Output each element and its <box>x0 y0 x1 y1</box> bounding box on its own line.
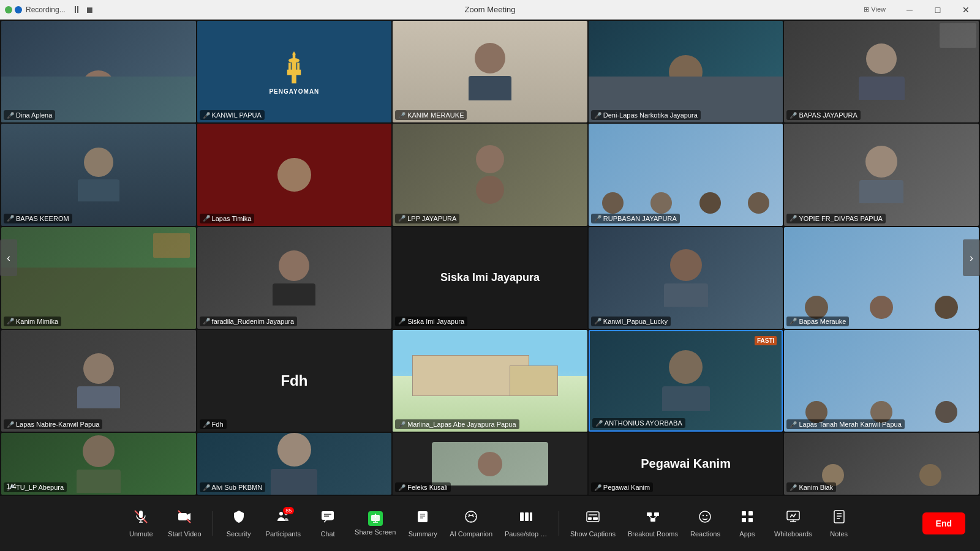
participant-cell-15[interactable]: 🎤 Bapas Merauke <box>784 227 979 329</box>
svg-rect-50 <box>748 518 753 522</box>
title-bar: Recording... ⏸ ⏹ Zoom Meeting ⊞ View ─ □… <box>0 0 980 20</box>
placeholder-name-13: Siska Imi Jayapura <box>440 271 540 284</box>
participant-label-11: 🎤 Kanim Mimika <box>4 317 61 326</box>
participant-cell-25[interactable]: 🎤 Kanim Biak <box>784 433 979 495</box>
svg-rect-2 <box>288 62 291 70</box>
participant-cell-2[interactable]: PENGAYOMAN 🎤 KANWIL PAPUA <box>197 21 392 122</box>
placeholder-name-24: Pegawai Kanim <box>641 457 731 471</box>
notes-label: Notes <box>830 530 848 538</box>
mic-muted-icon-25: 🎤 <box>790 484 797 491</box>
minimize-button[interactable]: ─ <box>895 0 924 20</box>
participant-label-12: 🎤 faradila_Rudenim Jayapura <box>200 317 298 326</box>
participant-cell-17[interactable]: Fdh 🎤 Fdh <box>197 330 392 432</box>
start-video-button[interactable]: Start Video <box>164 504 205 542</box>
mic-muted-icon-17: 🎤 <box>203 421 210 428</box>
separator-1 <box>213 511 213 536</box>
mic-muted-icon-4: 🎤 <box>594 112 601 119</box>
notes-button[interactable]: Notes <box>821 504 858 542</box>
mic-muted-icon-24: 🎤 <box>594 484 601 491</box>
participant-cell-20[interactable]: 🎤 Lapas Tanah Merah Kanwil Papua <box>784 330 979 432</box>
kanwil-name: PENGAYOMAN <box>269 88 319 95</box>
mic-muted-icon-11: 🎤 <box>7 318 14 324</box>
participant-cell-3[interactable]: 🎤 KANIM MERAUKE <box>393 21 587 122</box>
mic-muted-icon-2: 🎤 <box>203 112 210 119</box>
participant-label-19: 🎤 ANTHONIUS AYORBABA <box>592 418 685 428</box>
participant-cell-23[interactable]: 🎤 Feleks Kusali <box>393 433 587 495</box>
reactions-button[interactable]: Reactions <box>687 504 724 542</box>
participant-label-16: 🎤 Lapas Nabire-Kanwil Papua <box>4 419 102 429</box>
participant-cell-4[interactable]: 🎤 Deni-Lapas Narkotika Jayapura <box>589 21 783 122</box>
unmute-button[interactable]: Unmute <box>123 504 159 542</box>
pause-icon[interactable]: ⏸ <box>72 4 81 15</box>
shield-icon <box>5 6 12 13</box>
window-title: Zoom Meeting <box>464 5 515 14</box>
share-screen-label: Share Screen <box>355 528 396 536</box>
unmute-icon <box>134 509 148 528</box>
participant-label-17: 🎤 Fdh <box>200 419 227 429</box>
summary-button[interactable]: Summary <box>404 504 441 542</box>
participant-label-2: 🎤 KANWIL PAPUA <box>200 110 265 120</box>
svg-rect-4 <box>298 62 300 70</box>
whiteboards-button[interactable]: Whiteboards <box>771 504 816 542</box>
participant-cell-19[interactable]: FASTI 🎤 ANTHONIUS AYORBABA <box>589 330 783 432</box>
maximize-button[interactable]: □ <box>924 0 952 20</box>
share-screen-button[interactable]: Share Screen <box>351 506 399 541</box>
participant-cell-21[interactable]: 🎤 TU_LP Abepura <box>1 433 196 495</box>
participant-cell-18[interactable]: 🎤 Marlina_Lapas Abe Jayapura Papua <box>393 330 587 432</box>
title-bar-left: Recording... ⏸ ⏹ <box>0 0 94 19</box>
close-button[interactable]: ✕ <box>952 0 980 20</box>
ai-companion-label: AI Companion <box>450 530 492 538</box>
mic-muted-icon-9: 🎤 <box>594 215 601 222</box>
chat-icon <box>320 509 335 528</box>
participant-cell-11[interactable]: 🎤 Kanim Mimika <box>1 227 196 329</box>
svg-point-15 <box>279 512 283 515</box>
participant-cell-8[interactable]: 🎤 LPP JAYAPURA <box>393 124 587 225</box>
chat-label: Chat <box>320 530 334 538</box>
ai-companion-button[interactable]: AI Companion <box>446 504 496 542</box>
security-button[interactable]: Security <box>221 504 257 542</box>
svg-point-46 <box>706 515 707 516</box>
participant-cell-9[interactable]: 🎤 RUPBASAN JAYAPURA <box>589 124 783 225</box>
next-page-button[interactable]: › <box>963 239 980 276</box>
unmute-label: Unmute <box>129 530 153 538</box>
captions-icon <box>586 509 600 528</box>
participants-button[interactable]: 85 Participants <box>262 504 304 542</box>
participant-cell-5[interactable]: 🎤 BAPAS JAYAPURA <box>784 21 979 122</box>
summary-icon <box>415 509 430 528</box>
video-area: ‹ › 🎤 Dina Aplena <box>0 20 980 496</box>
participant-cell-12[interactable]: 🎤 faradila_Rudenim Jayapura <box>197 227 392 329</box>
svg-rect-32 <box>520 512 524 521</box>
participant-cell-1[interactable]: 🎤 Dina Aplena <box>1 21 196 122</box>
apps-button[interactable]: Apps <box>729 504 766 542</box>
participant-cell-16[interactable]: 🎤 Lapas Nabire-Kanwil Papua <box>1 330 196 432</box>
breakout-rooms-button[interactable]: Breakout Rooms <box>624 504 682 542</box>
participant-cell-24[interactable]: Pegawai Kanim 🎤 Pegawai Kanim <box>589 433 783 495</box>
reactions-icon <box>698 509 712 528</box>
stop-icon[interactable]: ⏹ <box>85 5 94 15</box>
participant-cell-14[interactable]: 🎤 Kanwil_Papua_Lucky <box>589 227 783 329</box>
view-label[interactable]: ⊞ View <box>854 6 895 13</box>
participant-cell-6[interactable]: 🎤 BAPAS KEEROM <box>1 124 196 225</box>
svg-rect-9 <box>139 511 143 518</box>
recording-label: Recording... <box>26 6 66 14</box>
cloud-icon <box>15 6 22 13</box>
video-grid: 🎤 Dina Aplena PE <box>0 20 980 496</box>
previous-page-button[interactable]: ‹ <box>0 239 17 276</box>
end-button[interactable]: End <box>922 512 965 534</box>
whiteboards-label: Whiteboards <box>774 530 812 538</box>
participant-cell-13[interactable]: Siska Imi Jayapura 🎤 Siska Imi Jayapura <box>393 227 587 329</box>
breakout-rooms-icon <box>646 509 660 528</box>
apps-label: Apps <box>739 530 755 538</box>
show-captions-button[interactable]: Show Captions <box>567 504 619 542</box>
pause-stop-button[interactable]: Pause/stop recording <box>501 504 551 542</box>
participant-label-3: 🎤 KANIM MERAUKE <box>395 110 467 120</box>
participant-cell-10[interactable]: 🎤 YOPIE FR_DIVPAS PAPUA <box>784 124 979 225</box>
show-captions-label: Show Captions <box>570 530 616 538</box>
chat-button[interactable]: Chat <box>309 504 346 542</box>
participant-cell-22[interactable]: 🎤 Alvi Sub PKBMN <box>197 433 392 495</box>
mic-muted-icon-19: 🎤 <box>595 420 603 427</box>
mic-muted-icon-23: 🎤 <box>398 484 405 491</box>
mic-muted-icon-8: 🎤 <box>398 215 405 222</box>
participant-cell-7[interactable]: 🎤 Lapas Timika <box>197 124 392 225</box>
mic-muted-icon-16: 🎤 <box>7 421 14 428</box>
